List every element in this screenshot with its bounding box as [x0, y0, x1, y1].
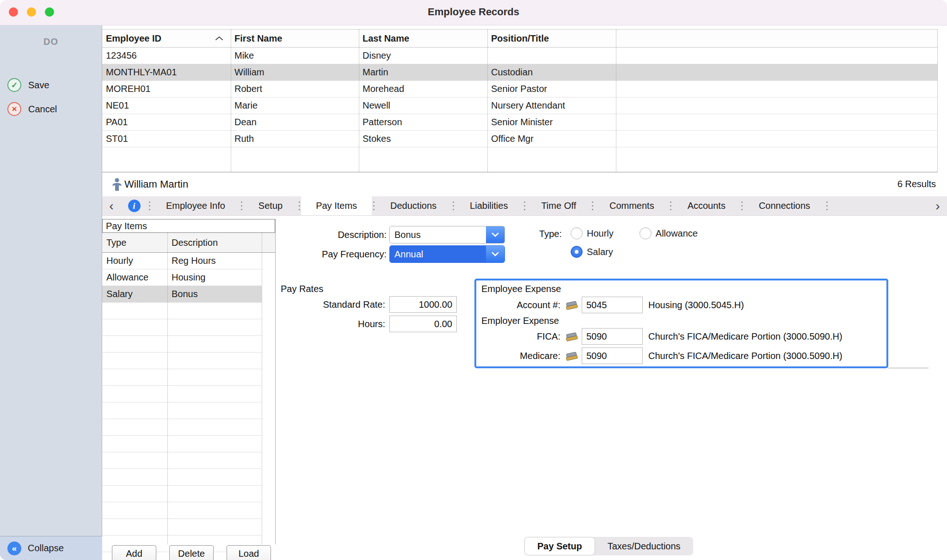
bottom-tab-pay-setup[interactable]: Pay Setup: [524, 537, 595, 555]
pay-items-column-description[interactable]: Description: [167, 237, 275, 248]
pay-item-row[interactable]: AllowanceHousing: [102, 269, 262, 286]
pay-item-row[interactable]: [102, 436, 262, 452]
employee-cell: Mike: [231, 50, 359, 61]
tab-strip: ‹ i Employee InfoSetupPay ItemsDeduction…: [102, 196, 947, 216]
tabs-scroll-right-button[interactable]: ›: [929, 196, 947, 215]
description-dropdown[interactable]: Bonus: [389, 226, 505, 243]
ledger-lookup-icon[interactable]: [564, 330, 579, 343]
title-bar: Employee Records: [0, 0, 947, 25]
pay-item-row[interactable]: [102, 336, 262, 353]
load-button[interactable]: Load: [227, 545, 271, 560]
add-button[interactable]: Add: [112, 545, 156, 560]
tab-pay-items[interactable]: Pay Items: [301, 196, 372, 215]
pay-items-body: HourlyReg HoursAllowanceHousingSalaryBon…: [102, 253, 275, 552]
employee-cell: ST01: [102, 134, 231, 144]
selected-record-name: William Martin: [124, 178, 188, 190]
radio-hourly[interactable]: Hourly: [571, 227, 614, 240]
account-description: Housing (3000.5045.H): [648, 298, 744, 311]
tab-deductions[interactable]: Deductions: [375, 196, 451, 215]
pay-item-row[interactable]: [102, 469, 262, 486]
account-number-input[interactable]: [582, 297, 643, 313]
employee-cell: Martin: [359, 67, 487, 78]
standard-rate-label: Standard Rate:: [277, 298, 385, 311]
employee-row[interactable]: NE01MarieNewellNursery Attendant: [102, 97, 937, 114]
pay-frequency-label: Pay Frequency:: [277, 248, 387, 261]
radio-salary[interactable]: Salary: [571, 245, 613, 258]
ledger-lookup-icon[interactable]: [564, 350, 579, 362]
employee-row[interactable]: MOREH01RobertMoreheadSenior Pastor: [102, 81, 937, 97]
tab-time-off[interactable]: Time Off: [526, 196, 591, 215]
tab-separator: [240, 196, 244, 215]
employee-cell: Patterson: [359, 117, 487, 128]
pay-item-row[interactable]: [102, 369, 262, 386]
cancel-button[interactable]: × Cancel: [7, 102, 57, 116]
radio-label: Hourly: [587, 228, 614, 239]
medicare-account-input[interactable]: [582, 347, 643, 364]
employee-cell: Nursery Attendant: [487, 100, 616, 111]
column-header-last-name[interactable]: Last Name: [359, 33, 487, 44]
ledger-lookup-icon[interactable]: [564, 299, 579, 311]
pay-item-type: Salary: [102, 289, 167, 299]
collapse-button[interactable]: « Collapse: [0, 536, 102, 560]
employee-cell: Disney: [359, 50, 487, 61]
pay-item-description: Reg Hours: [167, 256, 262, 266]
pay-item-row[interactable]: [102, 502, 262, 519]
tab-setup[interactable]: Setup: [244, 196, 297, 215]
employee-cell: Morehead: [359, 84, 487, 94]
fica-label: FICA:: [481, 330, 560, 343]
fica-account-input[interactable]: [582, 328, 643, 345]
column-header-employee-id[interactable]: Employee ID: [102, 33, 231, 44]
column-header-position[interactable]: Position/Title: [487, 33, 616, 44]
check-icon: ✓: [7, 78, 21, 92]
tab-separator: [669, 196, 673, 215]
medicare-description: Church's FICA/Medicare Portion (3000.509…: [648, 349, 842, 362]
tab-accounts[interactable]: Accounts: [673, 196, 740, 215]
tabs-scroll-left-button[interactable]: ‹: [102, 196, 121, 215]
pay-item-row[interactable]: HourlyReg Hours: [102, 253, 262, 269]
hours-input[interactable]: [389, 316, 457, 332]
tab-employee-info[interactable]: Employee Info: [151, 196, 240, 215]
tab-separator: [297, 196, 301, 215]
tab-liabilities[interactable]: Liabilities: [455, 196, 523, 215]
employee-row[interactable]: ST01RuthStokesOffice Mgr: [102, 131, 937, 147]
pay-item-row[interactable]: [102, 402, 262, 419]
chevron-down-icon[interactable]: [486, 246, 504, 262]
employee-row[interactable]: PA01DeanPattersonSenior Minister: [102, 114, 937, 131]
pay-item-row[interactable]: [102, 419, 262, 436]
column-header-first-name[interactable]: First Name: [231, 33, 359, 44]
radio-label: Salary: [587, 247, 613, 257]
type-label: Type:: [509, 227, 562, 240]
pay-item-row[interactable]: [102, 319, 262, 336]
employee-cell: MONTHLY-MA01: [102, 67, 231, 78]
tab-connections[interactable]: Connections: [744, 196, 825, 215]
pay-frequency-value: Annual: [390, 246, 486, 262]
account-number-label: Account #:: [481, 298, 560, 311]
pay-frequency-dropdown[interactable]: Annual: [389, 245, 505, 263]
tab-info[interactable]: i: [121, 196, 148, 215]
pay-item-row[interactable]: [102, 303, 262, 319]
pay-items-column-type[interactable]: Type: [102, 237, 167, 248]
pay-items-panel: Pay Items Type Description HourlyReg Hou…: [102, 219, 276, 544]
pay-item-row[interactable]: SalaryBonus: [102, 286, 262, 303]
save-button[interactable]: ✓ Save: [7, 78, 49, 92]
pay-item-row[interactable]: [102, 486, 262, 502]
radio-allowance[interactable]: Allowance: [640, 227, 698, 240]
pay-item-row[interactable]: [102, 386, 262, 402]
employee-row[interactable]: MONTHLY-MA01WilliamMartinCustodian: [102, 64, 937, 81]
medicare-label: Medicare:: [481, 349, 560, 362]
employee-row[interactable]: 123456MikeDisney: [102, 48, 937, 64]
tab-separator: [451, 196, 455, 215]
employee-cell: MOREH01: [102, 84, 231, 94]
standard-rate-input[interactable]: [389, 296, 457, 313]
bottom-tab-taxes-deductions[interactable]: Taxes/Deductions: [595, 537, 693, 555]
pay-item-row[interactable]: [102, 452, 262, 469]
pay-item-row[interactable]: [102, 353, 262, 369]
tab-comments[interactable]: Comments: [595, 196, 669, 215]
employee-cell: NE01: [102, 100, 231, 111]
delete-button[interactable]: Delete: [169, 545, 214, 560]
radio-label: Allowance: [656, 228, 698, 239]
info-icon: i: [128, 200, 141, 212]
pay-item-row[interactable]: [102, 519, 262, 536]
chevron-down-icon[interactable]: [486, 226, 504, 243]
employee-cell: William: [231, 67, 359, 78]
